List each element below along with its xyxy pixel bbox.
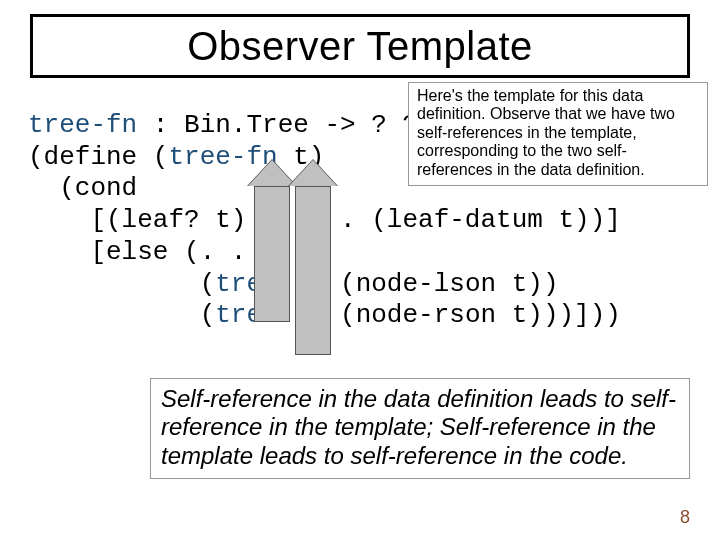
code-sig-rest: : Bin.Tree -> ? ? ? bbox=[137, 110, 449, 140]
slide-title: Observer Template bbox=[187, 24, 533, 69]
footnote-box: Self-reference in the data definition le… bbox=[150, 378, 690, 479]
code-l7a: ( bbox=[28, 300, 215, 330]
self-ref-arrow-1 bbox=[254, 160, 290, 322]
code-l2a: (define ( bbox=[28, 142, 168, 172]
code-l6a: ( bbox=[28, 269, 215, 299]
self-ref-arrow-2 bbox=[295, 160, 331, 355]
code-l7c: (node-rson t)))])) bbox=[324, 300, 620, 330]
slide-title-box: Observer Template bbox=[30, 14, 690, 78]
code-l6c: (node-lson t)) bbox=[324, 269, 558, 299]
annotation-note: Here's the template for this data defini… bbox=[408, 82, 708, 186]
code-fn-sig: tree-fn bbox=[28, 110, 137, 140]
code-l5: [else (. . . bbox=[28, 237, 278, 267]
page-number: 8 bbox=[680, 507, 690, 528]
code-l3: (cond bbox=[28, 173, 137, 203]
